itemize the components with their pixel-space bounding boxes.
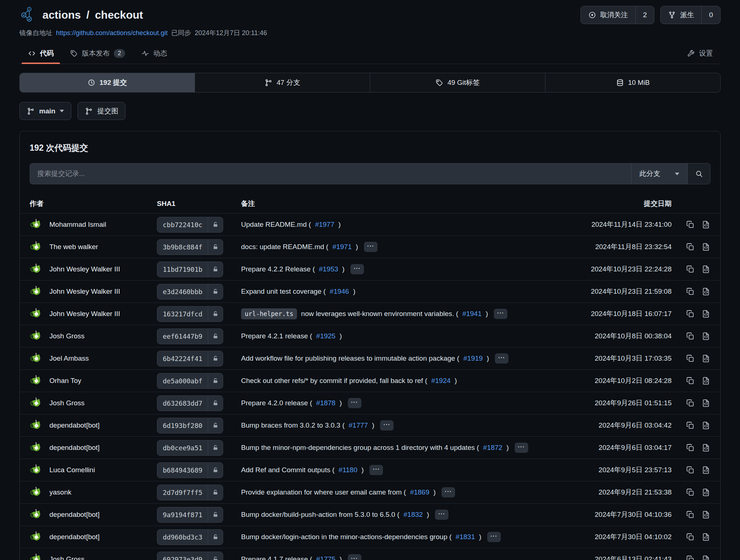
commit-sha-badge[interactable]: 163217dfcd bbox=[157, 306, 223, 322]
commit-sha-badge[interactable]: db0cee9a51 bbox=[157, 440, 223, 456]
commit-sha-badge[interactable]: 692973e3d9 bbox=[157, 552, 223, 560]
commit-issue-link[interactable]: #1832 bbox=[403, 511, 423, 519]
commit-author-cell[interactable]: Mohammad Ismail bbox=[30, 218, 157, 232]
commit-sha-badge[interactable]: 3b9b8c884f bbox=[157, 239, 223, 255]
commit-author-cell[interactable]: Luca Comellini bbox=[30, 463, 157, 477]
commit-search-input[interactable] bbox=[30, 164, 631, 184]
copy-sha-icon[interactable] bbox=[686, 376, 695, 385]
commit-graph-button[interactable]: 提交图 bbox=[78, 102, 125, 120]
commit-more-button[interactable]: ··· bbox=[435, 510, 448, 520]
copy-sha-icon[interactable] bbox=[686, 466, 695, 474]
copy-sha-icon[interactable] bbox=[686, 309, 695, 318]
commit-author-cell[interactable]: John Wesley Walker III bbox=[30, 285, 157, 298]
commit-sha-badge[interactable]: e3d2460bbb bbox=[157, 284, 223, 300]
stat-tags[interactable]: 49 Git标签 bbox=[370, 73, 545, 92]
fork-button[interactable]: 派生 0 bbox=[660, 6, 721, 24]
commit-author-cell[interactable]: dependabot[bot] bbox=[30, 419, 157, 432]
browse-source-icon[interactable] bbox=[702, 466, 710, 474]
commit-issue-link[interactable]: #1971 bbox=[333, 243, 352, 251]
browse-source-icon[interactable] bbox=[702, 421, 710, 430]
repo-name[interactable]: checkout bbox=[95, 9, 143, 21]
mirror-url-link[interactable]: https://github.com/actions/checkout.git bbox=[56, 29, 168, 37]
commit-more-button[interactable]: ··· bbox=[369, 465, 383, 475]
commit-author-cell[interactable]: John Wesley Walker III bbox=[30, 263, 157, 276]
stat-branches[interactable]: 47 分支 bbox=[195, 73, 370, 92]
branch-selector[interactable]: main bbox=[19, 102, 71, 120]
commit-issue-link[interactable]: #1872 bbox=[483, 444, 503, 452]
commit-issue-link[interactable]: #1775 bbox=[316, 555, 335, 560]
search-button[interactable] bbox=[687, 164, 710, 184]
browse-source-icon[interactable] bbox=[702, 332, 710, 341]
browse-source-icon[interactable] bbox=[702, 309, 710, 318]
copy-sha-icon[interactable] bbox=[686, 243, 695, 251]
browse-source-icon[interactable] bbox=[702, 354, 710, 363]
copy-sha-icon[interactable] bbox=[686, 488, 695, 497]
commit-more-button[interactable]: ··· bbox=[364, 242, 377, 252]
commit-issue-link[interactable]: #1869 bbox=[410, 488, 429, 496]
commit-sha-badge[interactable]: cbb722410c bbox=[157, 217, 223, 233]
commit-more-button[interactable]: ··· bbox=[442, 487, 455, 497]
commit-author-cell[interactable]: Orhan Toy bbox=[30, 374, 157, 388]
stat-commits[interactable]: 192 提交 bbox=[20, 73, 195, 92]
browse-source-icon[interactable] bbox=[702, 555, 710, 560]
commit-author-cell[interactable]: Joel Ambass bbox=[30, 352, 157, 365]
commit-author-cell[interactable]: The web walker bbox=[30, 240, 157, 254]
watchers-count[interactable]: 2 bbox=[635, 6, 654, 24]
commit-sha-badge[interactable]: 11bd71901b bbox=[157, 262, 223, 277]
browse-source-icon[interactable] bbox=[702, 287, 710, 296]
commit-issue-link[interactable]: #1180 bbox=[339, 466, 357, 474]
tab-activity[interactable]: 动态 bbox=[135, 43, 173, 64]
copy-sha-icon[interactable] bbox=[686, 555, 695, 560]
copy-sha-icon[interactable] bbox=[686, 510, 695, 519]
copy-sha-icon[interactable] bbox=[686, 287, 695, 296]
copy-sha-icon[interactable] bbox=[686, 443, 695, 452]
commit-author-cell[interactable]: dependabot[bot] bbox=[30, 508, 157, 522]
commit-sha-badge[interactable]: 2d7d9f7ff5 bbox=[157, 485, 223, 500]
commit-issue-link[interactable]: #1977 bbox=[315, 221, 334, 229]
browse-source-icon[interactable] bbox=[702, 376, 710, 385]
commit-author-cell[interactable]: dependabot[bot] bbox=[30, 530, 157, 544]
commit-issue-link[interactable]: #1831 bbox=[456, 533, 475, 541]
browse-source-icon[interactable] bbox=[702, 399, 710, 407]
copy-sha-icon[interactable] bbox=[686, 399, 695, 407]
commit-author-cell[interactable]: Josh Gross bbox=[30, 553, 157, 560]
browse-source-icon[interactable] bbox=[702, 243, 710, 251]
browse-source-icon[interactable] bbox=[702, 220, 710, 229]
commit-issue-link[interactable]: #1878 bbox=[316, 399, 335, 407]
unwatch-button[interactable]: 取消关注 2 bbox=[581, 6, 655, 24]
commit-more-button[interactable]: ··· bbox=[487, 532, 501, 542]
commit-more-button[interactable]: ··· bbox=[515, 443, 528, 453]
browse-source-icon[interactable] bbox=[702, 443, 710, 452]
commit-sha-badge[interactable]: de5a000abf bbox=[157, 373, 223, 389]
tab-settings[interactable]: 设置 bbox=[681, 43, 719, 64]
browse-source-icon[interactable] bbox=[702, 265, 710, 274]
commit-issue-link[interactable]: #1919 bbox=[463, 354, 483, 362]
browse-source-icon[interactable] bbox=[702, 533, 710, 541]
commit-sha-badge[interactable]: 6b42224f41 bbox=[157, 351, 223, 367]
copy-sha-icon[interactable] bbox=[686, 265, 695, 274]
commit-more-button[interactable]: ··· bbox=[380, 420, 394, 431]
commit-issue-link[interactable]: #1941 bbox=[462, 310, 482, 318]
commit-author-cell[interactable]: dependabot[bot] bbox=[30, 441, 157, 455]
tab-code[interactable]: 代码 bbox=[22, 43, 60, 64]
commit-issue-link[interactable]: #1777 bbox=[349, 421, 368, 429]
copy-sha-icon[interactable] bbox=[686, 421, 695, 430]
forks-count[interactable]: 0 bbox=[701, 6, 720, 24]
commit-author-cell[interactable]: yasonk bbox=[30, 486, 157, 499]
commit-author-cell[interactable]: Josh Gross bbox=[30, 396, 157, 410]
copy-sha-icon[interactable] bbox=[686, 354, 695, 363]
commit-sha-badge[interactable]: d632683dd7 bbox=[157, 395, 223, 411]
browse-source-icon[interactable] bbox=[702, 510, 710, 519]
commit-sha-badge[interactable]: 6d193bf280 bbox=[157, 418, 223, 433]
commit-sha-badge[interactable]: 9a9194f871 bbox=[157, 507, 223, 523]
commit-sha-badge[interactable]: dd960bd3c3 bbox=[157, 529, 223, 545]
commit-more-button[interactable]: ··· bbox=[494, 309, 507, 319]
commit-sha-badge[interactable]: b684943689 bbox=[157, 462, 223, 478]
commit-issue-link[interactable]: #1925 bbox=[316, 332, 335, 340]
browse-source-icon[interactable] bbox=[702, 488, 710, 497]
stat-size[interactable]: 10 MiB bbox=[545, 73, 720, 92]
branch-scope-dropdown[interactable]: 此分支 bbox=[631, 164, 687, 184]
copy-sha-icon[interactable] bbox=[686, 220, 695, 229]
copy-sha-icon[interactable] bbox=[686, 533, 695, 541]
commit-sha-badge[interactable]: eef61447b9 bbox=[157, 328, 223, 344]
